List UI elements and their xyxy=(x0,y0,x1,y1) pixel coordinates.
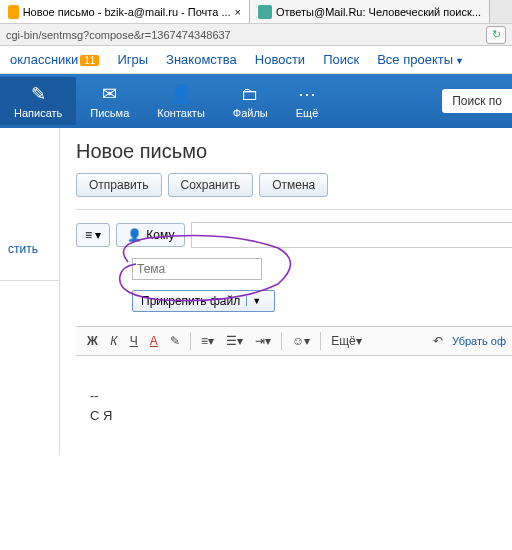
emoji-button[interactable]: ☺▾ xyxy=(287,331,315,351)
sidebar-clear[interactable]: стить xyxy=(0,238,59,260)
chevron-down-icon: ▼ xyxy=(455,56,464,66)
toolbar-compose[interactable]: ✎ Написать xyxy=(0,77,76,125)
reload-button[interactable]: ↻ xyxy=(486,26,506,44)
bold-button[interactable]: Ж xyxy=(82,331,103,351)
editor-toolbar: Ж К Ч А ✎ ≡▾ ☰▾ ⇥▾ ☺▾ Ещё▾ ↶ Убрать оф xyxy=(76,326,512,356)
folder-icon: 🗀 xyxy=(233,84,268,105)
address-bar-row: cgi-bin/sentmsg?compose&r=1367474348637 … xyxy=(0,24,512,46)
tab-compose[interactable]: Новое письмо - bzik-a@mail.ru - Почта ..… xyxy=(0,0,250,23)
toolbar-more[interactable]: ⋯ Ещё xyxy=(282,77,333,125)
priority-button[interactable]: ≡ ▾ xyxy=(76,223,110,247)
nav-dating[interactable]: Знакомства xyxy=(166,52,237,67)
envelope-icon: ✉ xyxy=(90,83,129,105)
toolbar-letters[interactable]: ✉ Письма xyxy=(76,77,143,125)
underline-button[interactable]: Ч xyxy=(125,331,143,351)
toolbar-contacts[interactable]: 👤 Контакты xyxy=(143,77,219,125)
undo-icon[interactable]: ↶ xyxy=(428,331,448,351)
toolbar-files[interactable]: 🗀 Файлы xyxy=(219,78,282,125)
nav-all-projects[interactable]: Все проекты▼ xyxy=(377,52,464,67)
cancel-button[interactable]: Отмена xyxy=(259,173,328,197)
save-button[interactable]: Сохранить xyxy=(168,173,254,197)
divider xyxy=(0,280,59,281)
nav-search[interactable]: Поиск xyxy=(323,52,359,67)
portal-nav: оклассники11 Игры Знакомства Новости Пои… xyxy=(0,46,512,74)
separator xyxy=(281,332,282,350)
to-input[interactable] xyxy=(191,222,512,248)
text-color-button[interactable]: А xyxy=(145,331,163,351)
person-icon: 👤 xyxy=(127,228,142,242)
dots-icon: ⋯ xyxy=(296,83,319,105)
search-button[interactable]: Поиск по xyxy=(442,89,512,113)
subject-row xyxy=(132,258,512,280)
close-icon[interactable]: × xyxy=(235,6,241,18)
nav-games[interactable]: Игры xyxy=(117,52,148,67)
list-button[interactable]: ☰▾ xyxy=(221,331,248,351)
answers-favicon xyxy=(258,5,272,19)
attach-button[interactable]: Прикрепить файл ▼ xyxy=(132,290,275,312)
align-button[interactable]: ≡▾ xyxy=(196,331,219,351)
attach-row: Прикрепить файл ▼ xyxy=(132,290,512,312)
indent-button[interactable]: ⇥▾ xyxy=(250,331,276,351)
tab-answers[interactable]: Ответы@Mail.Ru: Человеческий поиск... xyxy=(250,0,490,23)
badge-count: 11 xyxy=(80,55,99,66)
tab-label: Новое письмо - bzik-a@mail.ru - Почта ..… xyxy=(23,6,231,18)
more-button[interactable]: Ещё▾ xyxy=(326,331,367,351)
separator xyxy=(320,332,321,350)
send-button[interactable]: Отправить xyxy=(76,173,162,197)
browser-tabs: Новое письмо - bzik-a@mail.ru - Почта ..… xyxy=(0,0,512,24)
person-icon: 👤 xyxy=(157,83,205,105)
to-button[interactable]: 👤 Кому xyxy=(116,223,185,247)
sidebar: стить xyxy=(0,128,60,455)
pencil-icon: ✎ xyxy=(14,83,62,105)
address-bar[interactable]: cgi-bin/sentmsg?compose&r=1367474348637 xyxy=(6,29,231,41)
italic-button[interactable]: К xyxy=(105,331,123,351)
to-row: ≡ ▾ 👤 Кому xyxy=(76,222,512,248)
mail-favicon xyxy=(8,5,19,19)
nav-news[interactable]: Новости xyxy=(255,52,305,67)
nav-odnoklassniki[interactable]: оклассники11 xyxy=(10,52,99,67)
bg-color-button[interactable]: ✎ xyxy=(165,331,185,351)
page-title: Новое письмо xyxy=(76,140,512,163)
action-row: Отправить Сохранить Отмена xyxy=(76,173,512,210)
remove-format-link[interactable]: Убрать оф xyxy=(452,335,506,347)
compose-pane: Новое письмо Отправить Сохранить Отмена … xyxy=(60,128,512,455)
tab-label: Ответы@Mail.Ru: Человеческий поиск... xyxy=(276,6,481,18)
message-body[interactable]: -- С Я xyxy=(76,356,512,455)
mail-toolbar: ✎ Написать ✉ Письма 👤 Контакты 🗀 Файлы ⋯… xyxy=(0,74,512,128)
separator xyxy=(190,332,191,350)
chevron-down-icon[interactable]: ▼ xyxy=(246,296,266,306)
subject-input[interactable] xyxy=(132,258,262,280)
